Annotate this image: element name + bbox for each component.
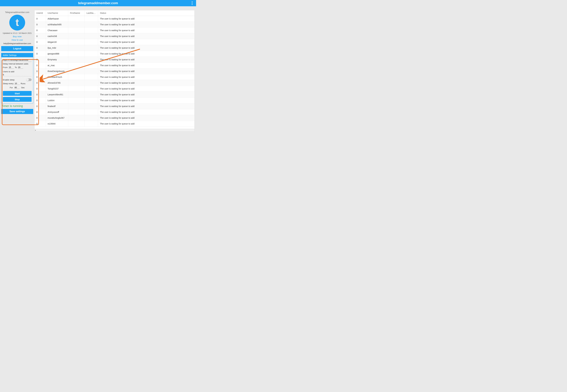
cell-userid: 0: [35, 115, 46, 121]
cell-lastname: [85, 33, 98, 39]
buy-now-link[interactable]: Buy now: [1, 35, 33, 38]
target-url-input[interactable]: [3, 58, 32, 62]
version-label: Updated to 3.5.2 / 16 March 2021: [1, 32, 33, 34]
table-row[interactable]: 0uchihaitachi95The user is waiting for q…: [35, 22, 194, 28]
cell-status: The user is waiting for queue to add: [98, 39, 194, 45]
cell-username: Ahmed19765: [46, 80, 68, 86]
cell-firstname: [68, 121, 85, 126]
table-row[interactable]: 0AidarKazanThe user is waiting for queue…: [35, 16, 194, 22]
cell-userid: 0: [35, 39, 46, 45]
cell-userid: 0: [35, 98, 46, 103]
cell-username: ar_mac: [46, 63, 68, 68]
table-row[interactable]: 0ChristianFrischThe user is waiting for …: [35, 74, 194, 80]
table-row[interactable]: 0cashrich8The user is waiting for queue …: [35, 33, 194, 39]
enable-sleep-label: Enable sleep: [3, 79, 14, 81]
cell-status: The user is waiting for queue to add: [98, 115, 194, 121]
users-to-add-input[interactable]: [3, 73, 32, 76]
cell-status: The user is waiting for queue to add: [98, 74, 194, 80]
cell-username: Tsing00237: [46, 86, 68, 92]
start-button[interactable]: Start: [3, 91, 32, 96]
sleep-for-input[interactable]: [14, 86, 20, 89]
table-row[interactable]: 0threeDesignbootsThe user is waiting for…: [35, 68, 194, 74]
cell-status: The user is waiting for queue to add: [98, 51, 194, 56]
sec-label: Sec: [21, 86, 25, 89]
cell-userid: 0: [35, 22, 46, 27]
save-settings-button[interactable]: Save settings: [1, 109, 33, 114]
col-userid[interactable]: UserId: [35, 10, 46, 16]
timer-status: Timer is running: [1, 104, 33, 108]
kebab-menu-icon[interactable]: [192, 1, 193, 5]
for-label: For: [10, 86, 13, 89]
cell-userid: 0: [35, 68, 46, 74]
col-lastname[interactable]: LastName: [85, 10, 98, 16]
cell-userid: 0: [35, 86, 46, 92]
cell-lastname: [85, 39, 98, 45]
delay-from-input[interactable]: [9, 66, 14, 69]
table-row[interactable]: 0Lawyerofdevil61The user is waiting for …: [35, 92, 194, 98]
cell-firstname: [68, 22, 85, 27]
cell-status: The user is waiting for queue to add: [98, 68, 194, 74]
table-row[interactable]: 0Tsing00237The user is waiting for queue…: [35, 86, 194, 92]
cell-firstname: [68, 28, 85, 33]
table-row[interactable]: 0gwogwo888The user is waiting for queue …: [35, 51, 194, 57]
table-row[interactable]: 0ChacaaanThe user is waiting for queue t…: [35, 28, 194, 33]
cell-username: rs19944: [46, 121, 68, 126]
logo-icon: t: [9, 14, 26, 31]
table-row[interactable]: 0idogan18The user is waiting for queue t…: [35, 39, 194, 45]
cell-firstname: [68, 80, 85, 86]
cell-status: The user is waiting for queue to add: [98, 28, 194, 33]
cell-userid: 0: [35, 28, 46, 33]
table-row[interactable]: 0finalwolfThe user is waiting for queue …: [35, 103, 194, 109]
cell-status: The user is waiting for queue to add: [98, 33, 194, 39]
table-row[interactable]: 0Ahmed19765The user is waiting for queue…: [35, 80, 194, 86]
logout-button[interactable]: Logout: [1, 46, 33, 51]
cell-status: The user is waiting for queue to add: [98, 98, 194, 103]
users-to-add-label: Users to add: [3, 70, 32, 73]
users-table: UserId UserName FirstName LastName Statu…: [34, 10, 195, 132]
cell-firstname: [68, 39, 85, 45]
sleep-every-label: Sleep every: [3, 83, 14, 85]
cell-userid: 0: [35, 121, 46, 126]
how-to-use-link[interactable]: How to use: [1, 39, 33, 41]
table-row[interactable]: 0ilya_mdvThe user is waiting for queue t…: [35, 45, 194, 51]
enable-sleep-toggle[interactable]: [26, 78, 32, 81]
cell-lastname: [85, 57, 98, 62]
table-row[interactable]: 0LuislonThe user is waiting for queue to…: [35, 98, 194, 103]
horizontal-scrollbar[interactable]: ◂: [35, 129, 194, 131]
delay-to-input[interactable]: [18, 66, 23, 69]
support-email: help@telegramaddmember.com: [1, 42, 33, 45]
cell-username: Lawyerofdevil61: [46, 92, 68, 98]
cell-status: The user is waiting for queue to add: [98, 103, 194, 109]
table-row[interactable]: 0muratturkoglu067The user is waiting for…: [35, 115, 194, 121]
titlebar: telegramaddmember.com: [0, 0, 196, 6]
table-body[interactable]: 0AidarKazanThe user is waiting for queue…: [35, 16, 194, 129]
scroll-left-icon[interactable]: ◂: [35, 129, 36, 131]
cell-lastname: [85, 103, 98, 109]
adder-settings-card: Adder Settings Delay Interval between ad…: [1, 53, 33, 103]
cell-firstname: [68, 86, 85, 92]
cell-userid: 0: [35, 45, 46, 51]
cell-firstname: [68, 51, 85, 56]
cell-username: Amiryusooff: [46, 109, 68, 115]
table-row[interactable]: 0AmiryusooffThe user is waiting for queu…: [35, 109, 194, 115]
stop-button[interactable]: Stop: [3, 97, 32, 102]
sleep-every-input[interactable]: [14, 82, 20, 85]
cell-userid: 0: [35, 103, 46, 109]
table-row[interactable]: 0ErnynanyThe user is waiting for queue t…: [35, 57, 194, 63]
cell-lastname: [85, 16, 98, 22]
table-row[interactable]: 0ar_macThe user is waiting for queue to …: [35, 63, 194, 68]
col-username[interactable]: UserName: [46, 10, 68, 16]
table-row[interactable]: 0rs19944The user is waiting for queue to…: [35, 121, 194, 127]
cell-username: finalwolf: [46, 103, 68, 109]
cell-lastname: [85, 86, 98, 92]
col-firstname[interactable]: FirstName: [68, 10, 85, 16]
cell-firstname: [68, 74, 85, 80]
col-status[interactable]: Status: [98, 10, 194, 16]
cell-firstname: [68, 33, 85, 39]
cell-firstname: [68, 98, 85, 103]
cell-userid: 0: [35, 74, 46, 80]
cell-status: The user is waiting for queue to add: [98, 121, 194, 126]
cell-username: uchihaitachi95: [46, 22, 68, 27]
cell-lastname: [85, 98, 98, 103]
cell-status: The user is waiting for queue to add: [98, 57, 194, 62]
